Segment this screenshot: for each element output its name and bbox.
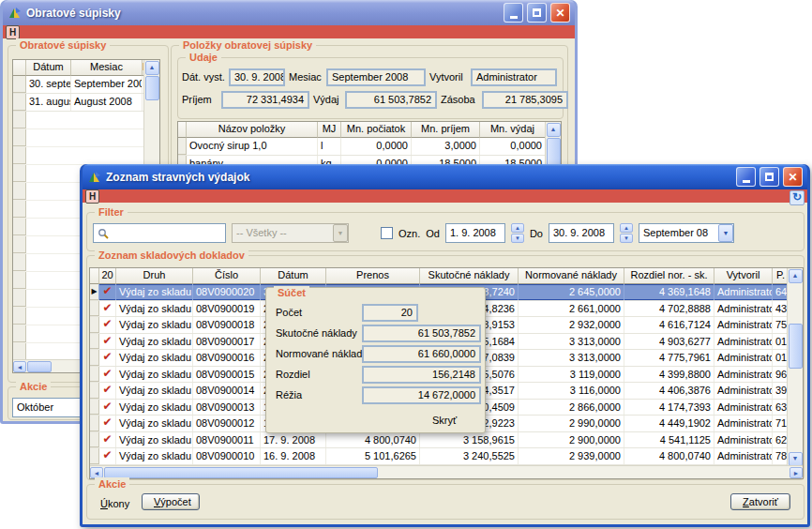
date-from-input[interactable]: 1. 9. 2008 [445,223,505,243]
titlebar[interactable]: Zoznam stravných výdajok ✕ [83,164,807,189]
row-pointer-icon [90,400,99,416]
table-row[interactable]: ✔ Výdaj zo skladu 08V0900011 17. 9. 2008… [90,432,803,449]
check-icon: ✔ [102,432,113,446]
spin-down-icon[interactable]: ▼ [620,234,633,243]
scroll-right-icon[interactable]: ► [789,467,803,478]
spin-up-icon[interactable]: ▲ [620,223,633,233]
group-filter: Filter -- Všetky -- ▼ Ozn. [86,212,804,251]
column-header-normovane[interactable]: Normované náklady [519,268,624,284]
zatvorit-button[interactable]: Zatvoriť [730,493,790,510]
column-header-mj[interactable]: MJ [318,122,341,138]
check-icon: ✔ [102,334,113,348]
field-label: Výdaj [313,94,341,105]
vypocet-button[interactable]: Výpočet [142,493,200,510]
column-header-mesiac[interactable]: Mesiac [71,60,143,76]
check-icon: ✔ [102,317,113,331]
scroll-up-icon[interactable]: ▲ [145,61,159,75]
scroll-up-icon[interactable]: ▲ [547,123,561,137]
date-to-spinner[interactable]: ▲ ▼ [620,223,633,243]
popup-field-label: Počet [276,307,302,318]
row-pointer-icon [90,367,99,383]
row-pointer-icon [90,383,99,399]
popup-field-label: Skutočné náklady [276,327,357,339]
sucet-popup: Súčet Počet 20 Skutočné náklady 61 503,7… [265,287,486,433]
group-label: Akcie [95,477,129,491]
popup-field-value: 61 660,0000 [362,345,481,363]
toolbar-strip: H [3,25,575,38]
column-header-vydaj[interactable]: Mn. výdaj [480,122,546,138]
scrollbar-thumb[interactable] [27,361,52,372]
spin-down-icon[interactable]: ▼ [511,234,524,243]
table-row[interactable]: Ovocný sirup 1,0 l 0,0000 3,0000 0,0000 [178,138,561,156]
help-button[interactable]: H [6,25,20,39]
popup-rows: Počet 20 Skutočné náklady 61 503,7852 No… [266,288,485,406]
titlebar[interactable]: Obratové súpisky ✕ [3,0,575,25]
do-label: Do [530,228,543,239]
search-input[interactable] [93,223,226,243]
spin-up-icon[interactable]: ▲ [511,223,524,233]
maximize-button[interactable] [527,3,547,23]
ozn-checkbox[interactable] [381,227,393,239]
refresh-icon[interactable]: ↻ [789,190,804,205]
vytvoril-field: Administrator [471,68,557,86]
vertical-scrollbar[interactable]: ▲ ▼ [787,268,803,467]
column-header-rozdiel[interactable]: Rozdiel nor. - sk. [624,268,714,284]
grid-header: Názov položky MJ Mn. počiatok Mn. príjem… [178,122,561,138]
check-icon: ✔ [102,301,113,315]
popup-field-value: 14 672,0000 [362,386,481,404]
table-row[interactable]: 31. august 2008 August 2008 0 [13,94,159,112]
column-header-prenos[interactable]: Prenos [326,268,420,284]
column-header-druh[interactable]: Druh [116,268,193,284]
column-header-prijem[interactable]: Mn. príjem [412,122,480,138]
check-icon: ✔ [102,367,113,381]
row-pointer-icon [13,76,26,93]
check-icon: ✔ [102,416,113,430]
ukony-button[interactable]: Úkony [100,498,129,509]
column-header-datum[interactable]: Dátum [26,60,71,76]
table-row[interactable]: 30. september 2008 September 2008 4 [13,76,159,94]
od-label: Od [426,228,440,239]
prijem-field: 72 331,4934 [221,91,309,109]
column-header-vytvoril[interactable]: Vytvoril [714,268,773,284]
table-row[interactable]: ✔ Výdaj zo skladu 08V0900010 16. 9. 2008… [90,448,803,465]
close-button[interactable]: ✕ [783,167,803,187]
vydaj-field: 61 503,7852 [345,91,437,109]
month-dropdown[interactable]: September 08 ▼ [639,223,734,243]
scrollbar-thumb[interactable] [104,467,378,478]
date-from-spinner[interactable]: ▲ ▼ [511,223,524,243]
help-button[interactable]: H [85,189,99,204]
date-to-input[interactable]: 30. 9. 2008 [549,223,614,243]
category-dropdown[interactable]: -- Všetky -- ▼ [232,223,349,243]
column-header-cislo[interactable]: Číslo [193,268,261,284]
close-button[interactable]: ✕ [550,3,570,23]
check-icon: ✔ [102,350,113,364]
column-header-datum[interactable]: Dátum [261,268,326,284]
column-header-nazov[interactable]: Názov položky [187,122,318,138]
column-header-checked[interactable]: 20 [99,268,116,284]
row-pointer-icon [90,448,99,464]
scroll-left-icon[interactable]: ◄ [13,361,26,372]
check-icon: ✔ [102,383,113,397]
scroll-left-icon[interactable]: ◄ [90,467,103,478]
hide-button[interactable]: Skryť [432,415,457,426]
field-label: Príjem [182,94,218,105]
column-header-pociatok[interactable]: Mn. počiatok [341,122,412,138]
scrollbar-thumb[interactable] [145,76,159,100]
popup-field-value: 156,2148 [362,366,481,384]
maximize-button[interactable] [759,167,779,187]
minimize-button[interactable] [504,3,523,23]
scroll-down-icon[interactable]: ▼ [789,452,803,466]
horizontal-scrollbar[interactable]: ◄ ► [90,465,803,478]
scrollbar-thumb[interactable] [789,324,803,369]
search-icon [98,228,109,239]
app-icon [8,6,23,21]
scrollbar-thumb[interactable] [547,138,561,166]
row-pointer-icon [90,432,99,448]
row-pointer-icon: ▶ [90,284,99,300]
scroll-up-icon[interactable]: ▲ [789,269,803,283]
column-header-skutocne[interactable]: Skutočné náklady [420,268,519,284]
close-icon: ✕ [788,172,797,183]
popup-row: Normované náklady 61 660,0000 [266,344,485,365]
ozn-label: Ozn. [398,228,420,239]
minimize-button[interactable] [736,167,756,187]
